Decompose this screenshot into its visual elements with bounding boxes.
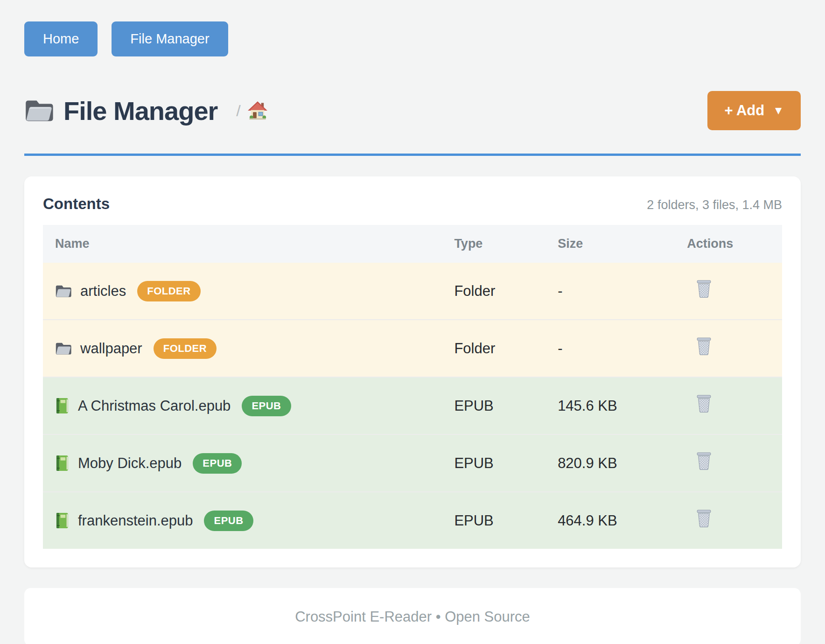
trash-icon[interactable] [695,337,713,356]
table-row: frankenstein.epub EPUB EPUB 464.9 KB [43,492,782,549]
file-table: Name Type Size Actions articles FOLDER [43,225,782,549]
item-name[interactable]: articles [80,283,126,300]
contents-heading: Contents [43,195,110,213]
folder-icon [55,341,72,356]
book-icon [55,512,70,529]
epub-badge: EPUB [204,511,253,531]
folder-badge: FOLDER [154,338,217,359]
trash-icon[interactable] [695,280,713,299]
file-manager-page: Home File Manager File Manager / [0,0,825,644]
table-row: wallpaper FOLDER Folder - [43,320,782,377]
item-name[interactable]: A Christmas Carol.epub [78,398,231,414]
breadcrumb-separator: / [236,102,240,120]
book-icon [55,455,70,472]
home-nav-button[interactable]: Home [24,21,98,56]
page-title: File Manager [63,96,217,126]
footer-card: CrossPoint E-Reader • Open Source [24,588,801,644]
table-row: A Christmas Carol.epub EPUB EPUB 145.6 K… [43,377,782,434]
epub-badge: EPUB [242,396,291,416]
top-nav: Home File Manager [24,0,801,56]
file-manager-nav-button[interactable]: File Manager [112,21,228,56]
table-row: articles FOLDER Folder - [43,263,782,320]
table-row: Moby Dick.epub EPUB EPUB 820.9 KB [43,434,782,492]
folder-badge: FOLDER [137,281,200,301]
item-type: EPUB [442,377,545,434]
folder-icon [24,98,54,124]
contents-summary: 2 folders, 3 files, 1.4 MB [647,198,782,212]
item-type: Folder [442,263,545,320]
item-size: 145.6 KB [545,377,675,434]
add-button-label: + Add [724,102,764,119]
book-icon [55,397,70,414]
house-icon[interactable] [247,100,268,121]
page-header: File Manager / [24,91,801,156]
contents-card-header: Contents 2 folders, 3 files, 1.4 MB [43,195,782,213]
column-header-name: Name [43,225,442,263]
add-button[interactable]: + Add ▼ [707,91,801,130]
item-type: EPUB [442,434,545,492]
column-header-size: Size [545,225,675,263]
trash-icon[interactable] [695,394,713,413]
breadcrumb: / [236,100,267,121]
item-type: EPUB [442,492,545,549]
trash-icon[interactable] [695,509,713,528]
item-name[interactable]: wallpaper [80,340,142,357]
table-header-row: Name Type Size Actions [43,225,782,263]
item-size: - [545,320,675,377]
folder-icon [55,284,72,299]
title-wrap: File Manager / [24,96,268,126]
footer-text: CrossPoint E-Reader • Open Source [295,609,530,625]
item-size: - [545,263,675,320]
epub-badge: EPUB [193,453,242,474]
trash-icon[interactable] [695,452,713,471]
chevron-down-icon: ▼ [773,104,784,117]
item-type: Folder [442,320,545,377]
item-name[interactable]: Moby Dick.epub [78,455,182,472]
contents-card: Contents 2 folders, 3 files, 1.4 MB Name… [24,176,801,567]
item-size: 820.9 KB [545,434,675,492]
column-header-type: Type [442,225,545,263]
item-size: 464.9 KB [545,492,675,549]
column-header-actions: Actions [675,225,782,263]
item-name[interactable]: frankenstein.epub [78,512,193,529]
